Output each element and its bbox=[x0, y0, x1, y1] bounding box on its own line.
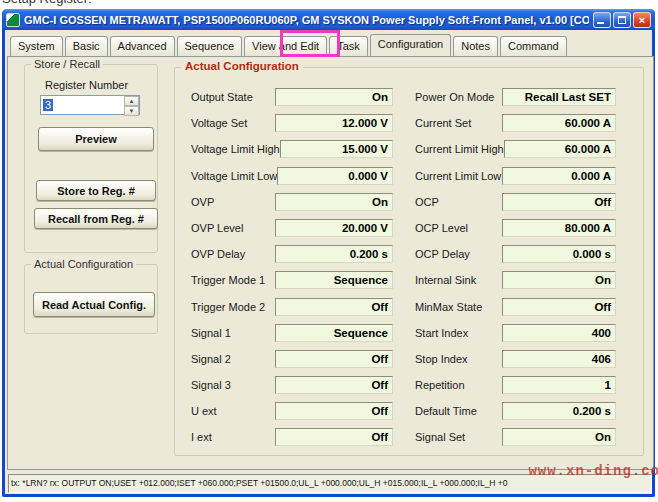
field-label: Voltage Limit High bbox=[191, 143, 280, 155]
tab-basic[interactable]: Basic bbox=[65, 36, 108, 56]
config-row: Repetition1 bbox=[415, 376, 616, 394]
config-row: Start Index400 bbox=[415, 324, 616, 342]
window-title: GMC-I GOSSEN METRAWATT, PSP1500P060RU060… bbox=[24, 14, 589, 26]
field-label: Stop Index bbox=[415, 353, 502, 365]
register-number-spinner[interactable]: 3 ▲ ▼ bbox=[40, 95, 140, 115]
spinner-buttons: ▲ ▼ bbox=[124, 96, 139, 114]
config-row: OVP Delay0.200 s bbox=[191, 245, 393, 263]
close-icon: × bbox=[634, 13, 650, 27]
register-number-label: Register Number bbox=[45, 79, 128, 91]
field-label: Signal 1 bbox=[191, 327, 275, 339]
field-label: OCP Level bbox=[415, 222, 502, 234]
field-value: Recall Last SET bbox=[502, 88, 616, 106]
config-row: OVPOn bbox=[191, 193, 393, 211]
field-label: OCP bbox=[415, 196, 502, 208]
field-value: 60.000 A bbox=[502, 114, 616, 132]
field-value: On bbox=[502, 271, 616, 289]
field-value: Sequence bbox=[275, 271, 393, 289]
field-label: Trigger Mode 2 bbox=[191, 301, 275, 313]
config-row: I extOff bbox=[191, 428, 393, 446]
field-value: 60.000 A bbox=[504, 140, 616, 158]
register-number-value: 3 bbox=[43, 99, 53, 111]
field-value: 80.000 A bbox=[502, 219, 616, 237]
field-label: Signal Set bbox=[415, 431, 502, 443]
field-label: Output State bbox=[191, 91, 275, 103]
recall-from-register-button[interactable]: Recall from Reg. # bbox=[34, 208, 158, 229]
config-row: Stop Index406 bbox=[415, 350, 616, 368]
actual-configuration-group-label: Actual Configuration bbox=[31, 258, 136, 270]
tab-view-and-edit[interactable]: View and Edit bbox=[244, 36, 327, 56]
field-label: Current Limit High bbox=[415, 143, 504, 155]
page-caption-text: Setup Register: bbox=[2, 0, 302, 6]
field-label: Start Index bbox=[415, 327, 502, 339]
config-row: Default Time0.200 s bbox=[415, 402, 616, 420]
store-recall-group: Store / Recall Register Number 3 ▲ ▼ Pre… bbox=[24, 64, 158, 253]
spinner-down-icon[interactable]: ▼ bbox=[124, 106, 139, 116]
field-value: On bbox=[502, 428, 616, 446]
tab-configuration[interactable]: Configuration bbox=[370, 34, 451, 56]
config-row: Trigger Mode 1Sequence bbox=[191, 271, 393, 289]
field-label: Voltage Set bbox=[191, 117, 275, 129]
field-label: Trigger Mode 1 bbox=[191, 274, 275, 286]
config-row: Voltage Set12.000 V bbox=[191, 114, 393, 132]
field-value: On bbox=[275, 88, 393, 106]
field-value: Off bbox=[502, 298, 616, 316]
status-bar-text: tx: *LRN? rx: OUTPUT ON;USET +012.000;IS… bbox=[11, 478, 508, 488]
field-value: 400 bbox=[502, 324, 616, 342]
field-value: 15.000 V bbox=[280, 140, 393, 158]
store-recall-group-label: Store / Recall bbox=[31, 58, 103, 70]
cropped-page-caption: Setup Register: bbox=[2, 0, 302, 8]
config-row: OCP Level80.000 A bbox=[415, 219, 616, 237]
field-value: 12.000 V bbox=[275, 114, 393, 132]
field-label: Current Set bbox=[415, 117, 502, 129]
config-row: Internal SinkOn bbox=[415, 271, 616, 289]
config-row: OVP Level20.000 V bbox=[191, 219, 393, 237]
field-label: OVP bbox=[191, 196, 275, 208]
field-value: 0.200 s bbox=[502, 402, 616, 420]
field-label: Power On Mode bbox=[415, 91, 502, 103]
close-button[interactable]: × bbox=[633, 12, 651, 28]
minimize-icon bbox=[597, 22, 604, 24]
status-bar: tx: *LRN? rx: OUTPUT ON;USET +012.000;IS… bbox=[8, 474, 652, 493]
config-column-left: Output StateOnVoltage Set12.000 VVoltage… bbox=[191, 88, 393, 446]
config-row: U extOff bbox=[191, 402, 393, 420]
field-value: 406 bbox=[502, 350, 616, 368]
config-row: Output StateOn bbox=[191, 88, 393, 106]
config-column-right: Power On ModeRecall Last SETCurrent Set6… bbox=[415, 88, 616, 446]
field-label: OCP Delay bbox=[415, 248, 502, 260]
actual-configuration-group: Actual Configuration Read Actual Config. bbox=[24, 264, 158, 334]
app-logo-icon bbox=[6, 13, 20, 27]
preview-button[interactable]: Preview bbox=[38, 127, 154, 151]
application-window: GMC-I GOSSEN METRAWATT, PSP1500P060RU060… bbox=[2, 9, 655, 497]
tab-task[interactable]: Task bbox=[329, 36, 368, 56]
field-label: OVP Level bbox=[191, 222, 275, 234]
minimize-button[interactable] bbox=[593, 12, 611, 28]
tab-sequence[interactable]: Sequence bbox=[177, 36, 243, 56]
field-value: 0.200 s bbox=[275, 245, 393, 263]
maximize-button[interactable] bbox=[613, 12, 631, 28]
field-value: Off bbox=[275, 350, 393, 368]
actual-configuration-panel: Actual Configuration Output StateOnVolta… bbox=[174, 67, 644, 456]
field-label: Default Time bbox=[415, 405, 502, 417]
field-label: I ext bbox=[191, 431, 275, 443]
field-label: Signal 2 bbox=[191, 353, 275, 365]
store-to-register-button[interactable]: Store to Reg. # bbox=[36, 180, 156, 201]
tab-system[interactable]: System bbox=[10, 36, 63, 56]
spinner-up-icon[interactable]: ▲ bbox=[124, 96, 139, 106]
read-actual-config-button[interactable]: Read Actual Config. bbox=[33, 292, 155, 317]
field-value: Sequence bbox=[275, 324, 393, 342]
tab-advanced[interactable]: Advanced bbox=[110, 36, 175, 56]
actual-configuration-panel-title: Actual Configuration bbox=[181, 60, 303, 72]
config-row: Current Limit High60.000 A bbox=[415, 140, 616, 158]
field-value: Off bbox=[275, 402, 393, 420]
config-row: Signal 3Off bbox=[191, 376, 393, 394]
field-label: MinMax State bbox=[415, 301, 502, 313]
field-value: On bbox=[275, 193, 393, 211]
field-value: 0.000 A bbox=[502, 167, 616, 185]
tab-command[interactable]: Command bbox=[500, 36, 567, 56]
config-row: MinMax StateOff bbox=[415, 298, 616, 316]
field-value: Off bbox=[275, 376, 393, 394]
maximize-icon bbox=[618, 16, 626, 24]
tab-notes[interactable]: Notes bbox=[453, 36, 498, 56]
config-row: Current Limit Low0.000 A bbox=[415, 167, 616, 185]
